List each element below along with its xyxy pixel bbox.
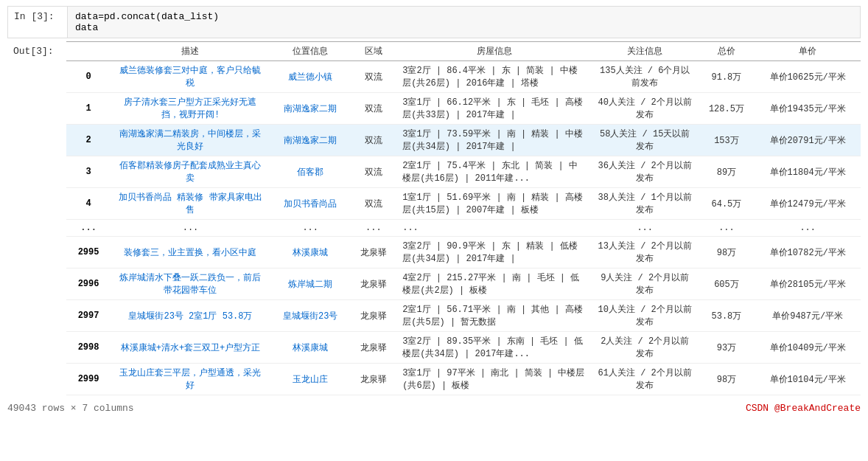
cell-watch: 61人关注 / 2个月以前发布	[592, 364, 698, 395]
output-cell: Out[3]: 描述位置信息区域房屋信息关注信息总价单价 0威兰德装修套三对中庭…	[7, 41, 861, 395]
cell-area: 双流	[351, 93, 397, 125]
cell-desc: 加贝书香尚品 精装修 带家具家电出售	[111, 188, 270, 220]
cell-loc: 佰客郡	[270, 156, 351, 188]
cell-total: 153万	[698, 125, 755, 156]
cell-desc: 装修套三，业主置换，看小区中庭	[111, 237, 270, 268]
cell-desc: 房子清水套三户型方正采光好无遮挡，视野开阔!	[111, 93, 270, 125]
cell-loc: 南湖逸家二期	[270, 125, 351, 156]
table-row: 2995装修套三，业主置换，看小区中庭林溪康城龙泉驿3室2厅 | 90.9平米 …	[66, 237, 861, 268]
table-row: 2998林溪康城+清水+套三双卫+户型方正林溪康城龙泉驿3室2厅 | 89.35…	[66, 332, 861, 364]
cell-watch: 36人关注 / 2个月以前发布	[592, 156, 698, 188]
cell-index: 2996	[66, 268, 111, 300]
cell-watch: 40人关注 / 2个月以前发布	[592, 93, 698, 125]
cell-loc: 林溪康城	[270, 332, 351, 364]
cell-loc: ...	[270, 220, 351, 237]
cell-watch: ...	[592, 220, 698, 237]
rows-info: 49043 rows × 7 columns	[7, 403, 134, 414]
cell-watch: 58人关注 / 15天以前发布	[592, 125, 698, 156]
cell-total: 64.5万	[698, 188, 755, 220]
cell-house: 3室1厅 | 97平米 | 南北 | 简装 | 中楼层(共6层) | 板楼	[396, 364, 592, 395]
cell-desc: 威兰德装修套三对中庭，客户只给毓税	[111, 61, 270, 93]
in-label: In [3]:	[8, 7, 67, 38]
cell-area: 龙泉驿	[351, 237, 397, 268]
cell-house: 2室1厅 | 75.4平米 | 东北 | 简装 | 中楼层(共16层) | 20…	[396, 156, 592, 188]
table-row: 3佰客郡精装修房子配套成熟业主真心卖佰客郡双流2室1厅 | 75.4平米 | 东…	[66, 156, 861, 188]
cell-unit: 单价10625元/平米	[755, 61, 861, 93]
cell-loc: 威兰德小镇	[270, 61, 351, 93]
table-row: 0威兰德装修套三对中庭，客户只给毓税威兰德小镇双流3室2厅 | 86.4平米 |…	[66, 61, 861, 93]
col-header-0: 描述	[111, 42, 270, 61]
cell-watch: 13人关注 / 2个月以前发布	[592, 237, 698, 268]
cell-total: 98万	[698, 237, 755, 268]
col-header-4: 关注信息	[592, 42, 698, 61]
cell-unit: 单价10782元/平米	[755, 237, 861, 268]
code-cell: In [3]: data=pd.concat(data_list) data	[7, 6, 861, 38]
cell-desc: 林溪康城+清水+套三双卫+户型方正	[111, 332, 270, 364]
cell-loc: 炼岸城二期	[270, 268, 351, 300]
col-header-2: 区域	[351, 42, 397, 61]
cell-total: 98万	[698, 364, 755, 395]
cell-unit: ...	[755, 220, 861, 237]
cell-house: 4室2厅 | 215.27平米 | 南 | 毛坯 | 低楼层(共2层) | 板楼	[396, 268, 592, 300]
cell-total: 53.8万	[698, 300, 755, 332]
cell-index: 2997	[66, 300, 111, 332]
csdn-brand: CSDN @BreakAndCreate	[746, 403, 861, 414]
cell-desc: 佰客郡精装修房子配套成熟业主真心卖	[111, 156, 270, 188]
footer-row: 49043 rows × 7 columns CSDN @BreakAndCre…	[0, 398, 868, 418]
cell-index: 1	[66, 93, 111, 125]
cell-index: 2999	[66, 364, 111, 395]
cell-area: ...	[351, 220, 397, 237]
code-input[interactable]: data=pd.concat(data_list) data	[67, 7, 860, 38]
cell-house: ...	[396, 220, 592, 237]
cell-desc: ...	[111, 220, 270, 237]
cell-unit: 单价9487元/平米	[755, 300, 861, 332]
cell-house: 1室1厅 | 51.69平米 | 南 | 精装 | 高楼层(共15层) | 20…	[396, 188, 592, 220]
cell-watch: 38人关注 / 1个月以前发布	[592, 188, 698, 220]
table-row: 2南湖逸家满二精装房，中间楼层，采光良好南湖逸家二期双流3室1厅 | 73.59…	[66, 125, 861, 156]
cell-unit: 单价20791元/平米	[755, 125, 861, 156]
table-row: 2996炼岸城清水下叠一跃二跌负一，前后带花园带车位炼岸城二期龙泉驿4室2厅 |…	[66, 268, 861, 300]
cell-watch: 9人关注 / 2个月以前发布	[592, 268, 698, 300]
cell-index: ...	[66, 220, 111, 237]
cell-total: 93万	[698, 332, 755, 364]
table-row: 2997皇城堰街23号 2室1厅 53.8万皇城堰街23号龙泉驿2室1厅 | 5…	[66, 300, 861, 332]
cell-area: 双流	[351, 156, 397, 188]
cell-area: 龙泉驿	[351, 268, 397, 300]
cell-loc: 南湖逸家二期	[270, 93, 351, 125]
col-header-5: 总价	[698, 42, 755, 61]
table-row: ........................	[66, 220, 861, 237]
cell-area: 龙泉驿	[351, 332, 397, 364]
cell-loc: 加贝书香尚品	[270, 188, 351, 220]
cell-loc: 玉龙山庄	[270, 364, 351, 395]
cell-total: 91.8万	[698, 61, 755, 93]
cell-desc: 玉龙山庄套三平层，户型通透，采光好	[111, 364, 270, 395]
cell-index: 0	[66, 61, 111, 93]
cell-house: 2室1厅 | 56.71平米 | 南 | 其他 | 高楼层(共5层) | 暂无数…	[396, 300, 592, 332]
cell-index: 3	[66, 156, 111, 188]
cell-house: 3室1厅 | 73.59平米 | 南 | 精装 | 中楼层(共34层) | 20…	[396, 125, 592, 156]
cell-index: 4	[66, 188, 111, 220]
cell-watch: 10人关注 / 2个月以前发布	[592, 300, 698, 332]
out-label: Out[3]:	[7, 41, 66, 395]
col-header-1: 位置信息	[270, 42, 351, 61]
cell-house: 3室1厅 | 66.12平米 | 东 | 毛坯 | 高楼层(共33层) | 20…	[396, 93, 592, 125]
cell-house: 3室2厅 | 90.9平米 | 东 | 精装 | 低楼层(共34层) | 201…	[396, 237, 592, 268]
table-row: 2999玉龙山庄套三平层，户型通透，采光好玉龙山庄龙泉驿3室1厅 | 97平米 …	[66, 364, 861, 395]
cell-loc: 皇城堰街23号	[270, 300, 351, 332]
cell-watch: 135人关注 / 6个月以前发布	[592, 61, 698, 93]
cell-unit: 单价10104元/平米	[755, 364, 861, 395]
col-header-3: 房屋信息	[396, 42, 592, 61]
cell-total: 605万	[698, 268, 755, 300]
cell-unit: 单价28105元/平米	[755, 268, 861, 300]
output-content: 描述位置信息区域房屋信息关注信息总价单价 0威兰德装修套三对中庭，客户只给毓税威…	[66, 41, 861, 395]
cell-area: 双流	[351, 61, 397, 93]
cell-area: 双流	[351, 125, 397, 156]
cell-desc: 炼岸城清水下叠一跃二跌负一，前后带花园带车位	[111, 268, 270, 300]
cell-desc: 皇城堰街23号 2室1厅 53.8万	[111, 300, 270, 332]
cell-house: 3室2厅 | 86.4平米 | 东 | 简装 | 中楼层(共26层) | 201…	[396, 61, 592, 93]
cell-index: 2	[66, 125, 111, 156]
cell-area: 龙泉驿	[351, 300, 397, 332]
cell-total: ...	[698, 220, 755, 237]
cell-unit: 单价10409元/平米	[755, 332, 861, 364]
col-header-6: 单价	[755, 42, 861, 61]
